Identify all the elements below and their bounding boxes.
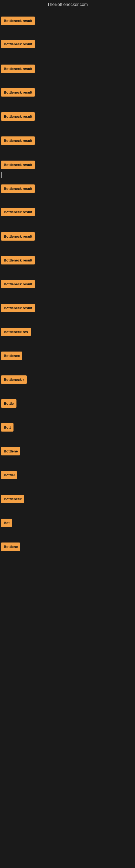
bottleneck-item-23: Bottlene xyxy=(0,541,21,552)
bottleneck-item-18: Bott xyxy=(0,422,14,433)
bottleneck-item-16: Bottleneck r xyxy=(0,374,28,385)
bottleneck-badge-20[interactable]: Bottler xyxy=(1,471,17,479)
site-title: TheBottlenecker.com xyxy=(0,0,135,9)
cursor-line xyxy=(1,172,2,178)
bottleneck-item-20: Bottler xyxy=(0,470,18,480)
bottleneck-item-21: Bottleneck xyxy=(0,494,25,504)
bottleneck-badge-21[interactable]: Bottleneck xyxy=(1,495,24,503)
bottleneck-badge-17[interactable]: Bottle xyxy=(1,399,16,408)
page-wrapper: TheBottlenecker.com Bottleneck resultBot… xyxy=(0,0,135,868)
bottleneck-badge-18[interactable]: Bott xyxy=(1,423,13,432)
bottleneck-badge-15[interactable]: Bottlenec xyxy=(1,351,22,360)
bottleneck-item-22: Bot xyxy=(0,518,13,528)
bottleneck-badge-23[interactable]: Bottlene xyxy=(1,542,20,551)
bottleneck-item-17: Bottle xyxy=(0,398,17,409)
bottleneck-badge-19[interactable]: Bottlene xyxy=(1,447,20,456)
bottleneck-item-15: Bottlenec xyxy=(0,350,23,361)
bottleneck-badge-22[interactable]: Bot xyxy=(1,519,12,527)
bottleneck-item-19: Bottlene xyxy=(0,446,21,457)
bottleneck-badge-16[interactable]: Bottleneck r xyxy=(1,375,27,384)
bottom-area xyxy=(0,9,135,335)
